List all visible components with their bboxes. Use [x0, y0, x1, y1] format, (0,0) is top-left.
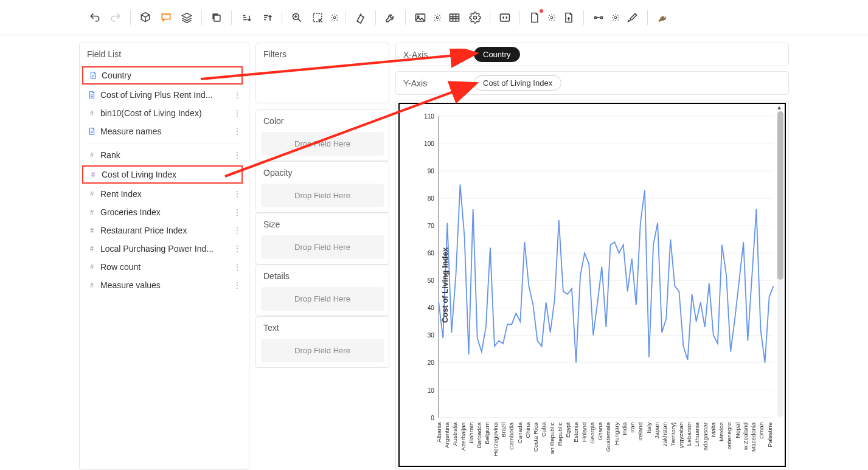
- svg-point-11: [594, 16, 596, 18]
- resize-icon[interactable]: [308, 8, 327, 27]
- svg-text:adagascar: adagascar: [702, 422, 709, 451]
- hash-icon: #: [87, 226, 97, 235]
- field-item[interactable]: Measure names⋮: [80, 122, 249, 140]
- field-menu-icon[interactable]: ⋮: [233, 280, 241, 290]
- badge-dot: [540, 9, 543, 13]
- hash-icon: #: [87, 280, 97, 290]
- filters-section: Filters: [255, 43, 389, 103]
- field-item[interactable]: #Restaurant Price Index⋮: [80, 221, 249, 240]
- y-axis-title: Cost of Living Index: [440, 247, 450, 322]
- svg-text:Lebanon: Lebanon: [686, 423, 692, 446]
- svg-text:Italy: Italy: [645, 422, 652, 433]
- drop-zone[interactable]: Drop Field Here: [261, 287, 384, 311]
- doc-group: [525, 8, 558, 27]
- field-menu-icon[interactable]: ⋮: [233, 108, 241, 118]
- field-item[interactable]: #Measure values⋮: [80, 276, 249, 294]
- field-item[interactable]: #Groceries Index⋮: [80, 203, 249, 221]
- config-section-title: Color: [256, 110, 389, 132]
- y-axis-label: Y-Axis: [403, 78, 464, 88]
- field-item[interactable]: Country: [82, 66, 243, 85]
- svg-text:Argentina: Argentina: [444, 422, 451, 448]
- drop-zone[interactable]: Drop Field Here: [261, 235, 384, 259]
- svg-text:India: India: [621, 422, 628, 435]
- field-menu-icon[interactable]: ⋮: [233, 90, 241, 100]
- svg-rect-9: [501, 14, 510, 21]
- field-item[interactable]: #Rank⋮: [80, 146, 249, 164]
- image-icon[interactable]: [411, 8, 430, 27]
- drop-zone[interactable]: Drop Field Here: [261, 184, 384, 207]
- paint-icon[interactable]: [351, 8, 370, 27]
- sort-desc-icon[interactable]: [257, 8, 277, 27]
- code-icon[interactable]: [495, 8, 515, 27]
- link-icon[interactable]: [589, 8, 608, 27]
- field-menu-icon[interactable]: ⋮: [233, 150, 241, 160]
- doc-icon: [87, 126, 97, 136]
- config-section-title: Opacity: [256, 162, 389, 184]
- copy-icon[interactable]: [207, 8, 226, 27]
- config-section: TextDrop Field Here: [255, 316, 389, 368]
- field-menu-icon[interactable]: ⋮: [233, 244, 241, 254]
- chart-area: X-Axis Country Y-Axis Cost of Living Ind…: [395, 43, 789, 470]
- sort-asc-icon[interactable]: [237, 8, 256, 27]
- field-menu-icon[interactable]: ⋮: [233, 262, 241, 272]
- main-content: Field List CountryCost of Living Plus Re…: [0, 35, 868, 470]
- svg-text:90: 90: [428, 167, 434, 175]
- field-item[interactable]: #Local Purchasing Power Ind...⋮: [80, 240, 249, 258]
- field-item[interactable]: Cost of Living Plus Rent Ind...⋮: [80, 86, 249, 104]
- gear-icon[interactable]: [546, 8, 558, 27]
- brush-icon[interactable]: [623, 8, 642, 27]
- svg-text:zakhstan: zakhstan: [662, 423, 668, 447]
- scrollbar-thumb[interactable]: [777, 111, 783, 280]
- drop-zone[interactable]: Drop Field Here: [261, 132, 384, 156]
- separator: [490, 10, 490, 25]
- svg-point-12: [600, 16, 602, 18]
- svg-text:20: 20: [428, 359, 434, 366]
- x-axis-pill[interactable]: Country: [474, 47, 520, 62]
- field-item[interactable]: #Rent Index⋮: [80, 185, 249, 203]
- svg-text:Ghana: Ghana: [597, 422, 604, 440]
- resize-group: [308, 8, 341, 27]
- svg-text:Canada: Canada: [516, 422, 523, 443]
- scrollbar[interactable]: [777, 111, 783, 417]
- field-label: Measure values: [100, 280, 233, 290]
- settings-icon[interactable]: [465, 8, 485, 27]
- svg-text:Costa Rica: Costa Rica: [532, 422, 539, 452]
- y-axis-pill[interactable]: Cost of Living Index: [474, 75, 561, 91]
- svg-text:Australia: Australia: [452, 422, 459, 446]
- layers-icon[interactable]: [177, 8, 196, 27]
- field-menu-icon[interactable]: ⋮: [233, 126, 241, 136]
- separator: [201, 10, 202, 25]
- undo-icon[interactable]: [85, 8, 105, 27]
- separator: [375, 10, 376, 25]
- gear-icon[interactable]: [328, 8, 341, 27]
- cube-icon[interactable]: [136, 8, 155, 27]
- zoom-in-icon[interactable]: [287, 8, 307, 27]
- bird-icon[interactable]: [653, 8, 672, 27]
- field-menu-icon[interactable]: ⋮: [233, 189, 241, 199]
- field-menu-icon[interactable]: ⋮: [233, 226, 241, 235]
- svg-text:Iran: Iran: [630, 423, 636, 433]
- redo-icon[interactable]: [106, 8, 125, 27]
- chat-icon[interactable]: [156, 8, 176, 27]
- field-item[interactable]: #Row count⋮: [80, 258, 249, 276]
- separator: [405, 10, 406, 25]
- field-item[interactable]: #Cost of Living Index: [82, 165, 243, 184]
- hash-icon: #: [87, 150, 97, 160]
- export-icon[interactable]: [559, 8, 578, 27]
- doc-icon[interactable]: [525, 8, 544, 27]
- drop-zone[interactable]: Drop Field Here: [261, 339, 384, 362]
- svg-text:Ireland: Ireland: [637, 423, 644, 441]
- field-item[interactable]: #bin10(Cost of Living Index)⋮: [80, 104, 249, 122]
- svg-text:Egypt: Egypt: [564, 422, 571, 438]
- svg-text:yrgyzstan: yrgyzstan: [678, 423, 684, 448]
- wrench-icon[interactable]: [381, 8, 400, 27]
- field-label: Groceries Index: [100, 207, 233, 217]
- svg-text:30: 30: [428, 331, 434, 339]
- svg-text:Albania: Albania: [436, 422, 442, 443]
- svg-point-14: [664, 16, 665, 18]
- chart-inner[interactable]: 0102030405060708090100110AlbaniaArgentin…: [398, 103, 786, 467]
- table-icon[interactable]: [445, 8, 464, 27]
- field-menu-icon[interactable]: ⋮: [233, 207, 241, 217]
- gear-icon[interactable]: [609, 8, 622, 27]
- gear-icon[interactable]: [431, 8, 443, 27]
